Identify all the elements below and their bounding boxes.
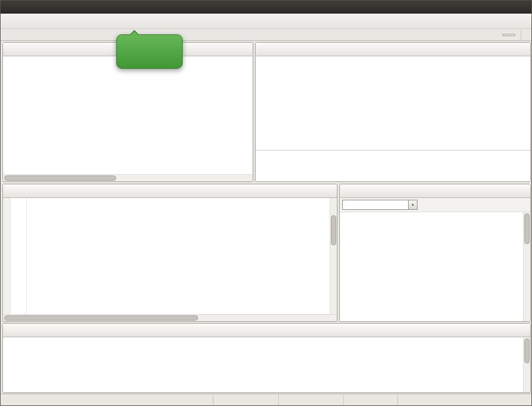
editor-actions: [335, 184, 337, 197]
console-content: [3, 337, 530, 392]
editor-vertical-scrollbar[interactable]: [330, 198, 337, 314]
disassembly-view-actions: [528, 184, 530, 197]
scrollbar-thumb[interactable]: [524, 213, 530, 244]
status-cursor-position: [343, 394, 398, 406]
console-vertical-scrollbar[interactable]: [523, 337, 530, 392]
code-editor[interactable]: [27, 198, 330, 314]
debug-horizontal-scrollbar[interactable]: [3, 174, 253, 181]
debug-view-actions: [250, 43, 253, 56]
disassembly-toolbar: ▾: [340, 198, 530, 212]
line-number-ruler[interactable]: [11, 198, 27, 314]
location-input[interactable]: [342, 200, 409, 210]
scrollbar-thumb[interactable]: [4, 315, 198, 321]
disassembly-view: ▾: [339, 184, 531, 322]
status-writable: [213, 394, 278, 406]
console-output-area[interactable]: [3, 337, 523, 392]
perspective-bar: [1, 29, 531, 41]
disassembly-listing[interactable]: [340, 212, 523, 321]
status-insert-mode: [278, 394, 343, 406]
scrollbar-thumb[interactable]: [331, 215, 336, 245]
breakpoints-view-header: [256, 43, 530, 56]
breakpoints-view: [255, 42, 531, 182]
console-view: [2, 323, 531, 393]
scrollbar-thumb[interactable]: [524, 338, 530, 363]
status-bar: [1, 394, 531, 406]
eclipse-window: ▾: [0, 0, 532, 406]
editor-horizontal-scrollbar[interactable]: [3, 314, 337, 321]
disassembly-view-header: [340, 184, 530, 198]
step-into-tooltip: [116, 34, 183, 69]
location-dropdown-icon[interactable]: ▾: [409, 200, 418, 210]
main-toolbar: [1, 14, 531, 29]
disassembly-content: [340, 212, 530, 321]
titlebar[interactable]: [1, 1, 531, 14]
console-view-header: [3, 324, 530, 337]
breakpoints-list: [256, 56, 530, 150]
console-view-actions: [528, 324, 530, 337]
annotation-ruler[interactable]: [3, 198, 11, 314]
quick-access-button[interactable]: [502, 34, 515, 36]
editor-tab-bar: [3, 184, 337, 198]
editor-body: [3, 198, 337, 314]
console-output: [3, 340, 523, 342]
debug-launch-tree: [3, 56, 253, 174]
disassembly-vertical-scrollbar[interactable]: [523, 212, 530, 321]
breakpoints-view-actions: [528, 43, 530, 56]
scrollbar-thumb[interactable]: [4, 175, 116, 181]
breakpoint-details: [256, 151, 530, 181]
editor-area: [2, 184, 337, 322]
toolbar-separator: [521, 30, 521, 40]
